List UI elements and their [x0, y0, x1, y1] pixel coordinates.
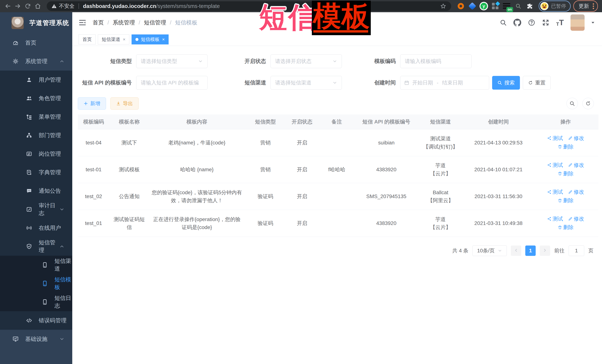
table-row: test-01 测试模板 哈哈哈 {name} 营销 开启 f哈哈哈 43839… [78, 156, 599, 183]
sidebar-item-audit-log[interactable]: 审计日志 [0, 200, 72, 219]
extension-puzzle-icon[interactable] [525, 2, 534, 10]
sidebar-item-system[interactable]: 系统管理 [0, 52, 72, 71]
next-page-button[interactable] [540, 246, 550, 256]
site-security[interactable]: 不安全 [52, 3, 75, 10]
active-dot [135, 38, 139, 41]
tab-sms-channel[interactable]: 短信渠道× [98, 34, 129, 44]
sidebar: 芋道管理系统 首页 系统管理 用户管理 角色管理 菜单管理 部门管理 岗位管理 … [0, 12, 72, 364]
sidebar-item-dict[interactable]: 字典管理 [0, 163, 72, 182]
sidebar-item-infrastructure[interactable]: 基础设施 [0, 330, 72, 348]
user-avatar[interactable] [570, 14, 585, 31]
delete-link[interactable]: 删除 [558, 143, 574, 151]
table-row: test_02 公告通知 您的验证码{code}，该验证码5分钟内有效，请勿泄漏… [78, 183, 599, 210]
breadcrumb-home[interactable]: 首页 [93, 19, 104, 26]
show-search-button[interactable] [566, 98, 578, 109]
extension-list-icon[interactable]: on [502, 2, 511, 10]
page-size-select[interactable]: 10条/页 [473, 245, 507, 256]
sidebar-item-departments[interactable]: 部门管理 [0, 126, 72, 145]
sidebar-item-home[interactable]: 首页 [0, 33, 72, 52]
browser-home-button[interactable] [34, 2, 42, 10]
search-icon[interactable] [500, 19, 507, 26]
browser-forward-button[interactable] [14, 2, 22, 10]
browser-menu-icon[interactable] [593, 3, 594, 9]
delete-link[interactable]: 删除 [558, 223, 574, 231]
browser-reload-button[interactable] [24, 2, 32, 10]
refresh-table-button[interactable] [582, 98, 594, 109]
fullscreen-icon[interactable] [542, 19, 549, 26]
api-template-input[interactable] [141, 80, 203, 86]
breadcrumb-sms[interactable]: 短信管理 [144, 19, 166, 26]
status-select[interactable]: 请选择开启状态 [270, 54, 342, 68]
github-icon[interactable] [513, 19, 521, 26]
sidebar-item-notice[interactable]: 通知公告 [0, 182, 72, 200]
start-date-placeholder: 开始日期 [412, 79, 433, 86]
edit-link[interactable]: 修改 [568, 134, 584, 142]
address-bar[interactable]: 不安全 dashboard.yudao.iocoder.cn /system/s… [47, 1, 451, 11]
extension-magnifier-icon[interactable] [514, 2, 523, 10]
sidebar-item-users[interactable]: 用户管理 [0, 71, 72, 89]
sidebar-item-online-users[interactable]: 在线用户 [0, 219, 72, 237]
sidebar-item-posts[interactable]: 岗位管理 [0, 145, 72, 163]
test-link[interactable]: 测试 [547, 134, 563, 142]
collapse-sidebar-button[interactable] [79, 19, 86, 26]
breadcrumb-current: 短信模板 [175, 19, 197, 26]
table-header-row: 模板编码 模板名称 模板内容 短信类型 开启状态 备注 短信 API 的模板编号… [78, 114, 599, 129]
menu-tree-icon [25, 114, 33, 120]
sidebar-item-sms-template[interactable]: 短信模板 [0, 274, 72, 293]
page-unit-label: 页 [588, 247, 593, 254]
tab-home[interactable]: 首页 [79, 34, 96, 44]
export-button[interactable]: 导出 [110, 97, 139, 110]
on-badge: on [506, 7, 513, 12]
url-path: /system/sms/sms-template [156, 3, 220, 9]
template-code-input[interactable] [405, 58, 467, 64]
goto-page-input[interactable] [569, 245, 584, 256]
phone-icon [41, 280, 49, 287]
search-button[interactable]: 搜索 [492, 76, 520, 90]
test-link[interactable]: 测试 [547, 161, 563, 169]
test-link[interactable]: 测试 [547, 188, 563, 196]
profile-paused-button[interactable]: 已暂停 [539, 0, 571, 12]
sidebar-item-error-code[interactable]: 错误码管理 [0, 311, 72, 330]
chevron-down-icon [59, 207, 64, 212]
extension-gem-icon[interactable] [468, 2, 477, 10]
channel-select[interactable]: 请选择短信渠道 [270, 76, 342, 90]
close-icon[interactable]: × [162, 37, 165, 42]
breadcrumb-system[interactable]: 系统管理 [113, 19, 135, 26]
delete-link[interactable]: 删除 [558, 197, 574, 204]
app-logo[interactable]: 芋道管理系统 [0, 12, 72, 33]
edit-link[interactable]: 修改 [568, 188, 584, 196]
browser-back-button[interactable] [4, 2, 11, 10]
help-icon[interactable] [528, 19, 535, 26]
sidebar-item-sms-channel[interactable]: 短信渠道 [0, 256, 72, 274]
api-template-label: 短信 API 的模板编号 [82, 79, 132, 86]
tab-sms-template[interactable]: 短信模板× [131, 34, 169, 44]
close-icon[interactable]: × [123, 37, 125, 42]
reset-button[interactable]: 重置 [523, 76, 551, 90]
sidebar-item-roles[interactable]: 角色管理 [0, 89, 72, 108]
sidebar-item-sms[interactable]: 短信管理 [0, 237, 72, 256]
edit-link[interactable]: 修改 [568, 215, 584, 223]
chevron-down-icon [333, 59, 337, 64]
extension-grid-icon[interactable] [491, 2, 500, 10]
sms-type-select[interactable]: 请选择短信类型 [136, 54, 207, 68]
extension-ring-icon[interactable] [456, 2, 465, 10]
logo-image [11, 17, 24, 29]
page-number-1[interactable]: 1 [525, 246, 536, 256]
table-row: test_01 测试验证码短信 正在进行登录操作{operation}，您的验证… [78, 210, 599, 237]
avatar-caret-icon[interactable] [590, 20, 596, 25]
delete-link[interactable]: 删除 [558, 170, 574, 177]
extension-y-icon[interactable]: y [479, 2, 488, 10]
chevron-down-icon [498, 249, 502, 253]
date-range-picker[interactable]: 开始日期 - 结束日期 [400, 76, 489, 90]
add-button[interactable]: 新增 [78, 97, 106, 110]
security-label: 不安全 [59, 3, 75, 10]
breadcrumb: 首页 / 系统管理 / 短信管理 / 短信模板 [93, 19, 197, 26]
prev-page-button[interactable] [511, 246, 521, 256]
browser-update-button[interactable]: 更新 [573, 0, 598, 12]
sidebar-item-sms-log[interactable]: 短信日志 [0, 293, 72, 311]
bookmark-star-icon[interactable] [440, 3, 446, 9]
edit-link[interactable]: 修改 [568, 161, 584, 169]
sidebar-item-menus[interactable]: 菜单管理 [0, 108, 72, 126]
test-link[interactable]: 测试 [547, 215, 563, 223]
font-size-icon[interactable]: TT [556, 18, 564, 27]
